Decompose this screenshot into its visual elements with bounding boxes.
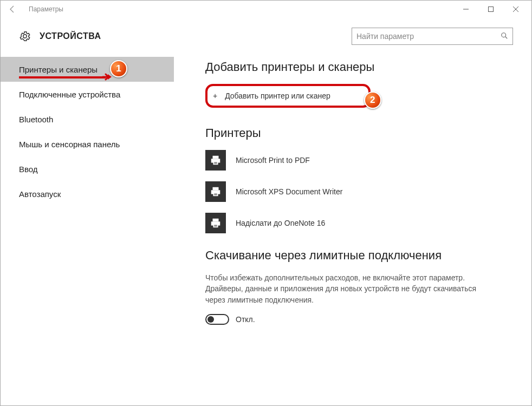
sidebar-item-label: Мышь и сенсорная панель bbox=[19, 140, 120, 149]
metered-toggle[interactable] bbox=[205, 314, 229, 325]
printer-item[interactable]: Надіслати до OneNote 16 bbox=[205, 213, 509, 233]
printer-label: Microsoft XPS Document Writer bbox=[236, 187, 342, 196]
minimize-button[interactable] bbox=[453, 1, 478, 18]
sidebar-item-typing[interactable]: Ввод bbox=[1, 156, 174, 181]
window-title: Параметры bbox=[29, 5, 63, 13]
search-input[interactable] bbox=[356, 32, 501, 41]
svg-rect-16 bbox=[213, 219, 219, 222]
back-button[interactable] bbox=[4, 1, 21, 18]
header-row: УСТРОЙСТВА bbox=[1, 18, 531, 48]
annotation-underline bbox=[19, 76, 106, 78]
content: Добавить принтеры и сканеры + Добавить п… bbox=[174, 57, 531, 405]
sidebar-item-mouse-touchpad[interactable]: Мышь и сенсорная панель bbox=[1, 132, 174, 156]
sidebar-item-bluetooth[interactable]: Bluetooth bbox=[1, 107, 174, 132]
metered-toggle-label: Откл. bbox=[236, 315, 255, 324]
gear-icon bbox=[19, 30, 31, 42]
printer-item[interactable]: Microsoft Print to PDF bbox=[205, 150, 509, 171]
svg-rect-11 bbox=[213, 187, 219, 191]
sidebar-item-label: Bluetooth bbox=[19, 115, 53, 124]
sidebar-item-label: Ввод bbox=[19, 165, 38, 174]
annotation-arrow-icon bbox=[102, 73, 112, 81]
sidebar-item-label: Подключенные устройства bbox=[19, 90, 120, 99]
titlebar: Параметры bbox=[1, 1, 531, 18]
maximize-button[interactable] bbox=[478, 1, 503, 18]
search-icon bbox=[501, 32, 508, 41]
page-title: УСТРОЙСТВА bbox=[40, 31, 101, 41]
metered-section-heading: Скачивание через лимитные подключения bbox=[205, 248, 509, 263]
add-printer-button[interactable]: + Добавить принтер или сканер bbox=[205, 84, 371, 108]
toggle-knob bbox=[207, 316, 214, 323]
sidebar-item-label: Автозапуск bbox=[19, 189, 61, 199]
body: Принтеры и сканеры 1 Подключенные устрой… bbox=[1, 57, 531, 405]
printer-icon bbox=[205, 181, 226, 202]
printer-item[interactable]: Microsoft XPS Document Writer bbox=[205, 181, 509, 202]
settings-window: Параметры УСТРОЙСТВА bbox=[0, 0, 532, 406]
printer-label: Надіслати до OneNote 16 bbox=[236, 219, 325, 227]
annotation-badge-1: 1 bbox=[110, 60, 127, 77]
printer-icon bbox=[205, 150, 226, 171]
add-section-heading: Добавить принтеры и сканеры bbox=[205, 60, 509, 74]
annotation-badge-2: 2 bbox=[364, 91, 381, 109]
sidebar-item-printers-scanners[interactable]: Принтеры и сканеры 1 bbox=[1, 57, 174, 82]
sidebar: Принтеры и сканеры 1 Подключенные устрой… bbox=[1, 57, 174, 405]
printer-icon bbox=[205, 213, 226, 233]
window-controls bbox=[453, 1, 528, 18]
search-box[interactable] bbox=[352, 28, 513, 45]
svg-rect-18 bbox=[213, 224, 218, 227]
svg-rect-8 bbox=[213, 161, 218, 165]
svg-rect-13 bbox=[213, 193, 218, 196]
printers-section-heading: Принтеры bbox=[205, 126, 509, 140]
add-printer-label: Добавить принтер или сканер bbox=[225, 91, 330, 100]
metered-description: Чтобы избежать дополнительных расходов, … bbox=[205, 272, 487, 305]
close-button[interactable] bbox=[503, 1, 528, 18]
svg-point-4 bbox=[502, 32, 506, 37]
svg-rect-6 bbox=[213, 156, 219, 159]
printer-label: Microsoft Print to PDF bbox=[236, 156, 310, 165]
sidebar-item-autoplay[interactable]: Автозапуск bbox=[1, 181, 174, 206]
svg-rect-1 bbox=[489, 7, 494, 12]
plus-icon: + bbox=[213, 91, 217, 100]
svg-line-5 bbox=[505, 36, 508, 38]
sidebar-item-connected-devices[interactable]: Подключенные устройства bbox=[1, 82, 174, 107]
sidebar-item-label: Принтеры и сканеры bbox=[19, 65, 98, 74]
metered-toggle-row: Откл. bbox=[205, 314, 509, 325]
